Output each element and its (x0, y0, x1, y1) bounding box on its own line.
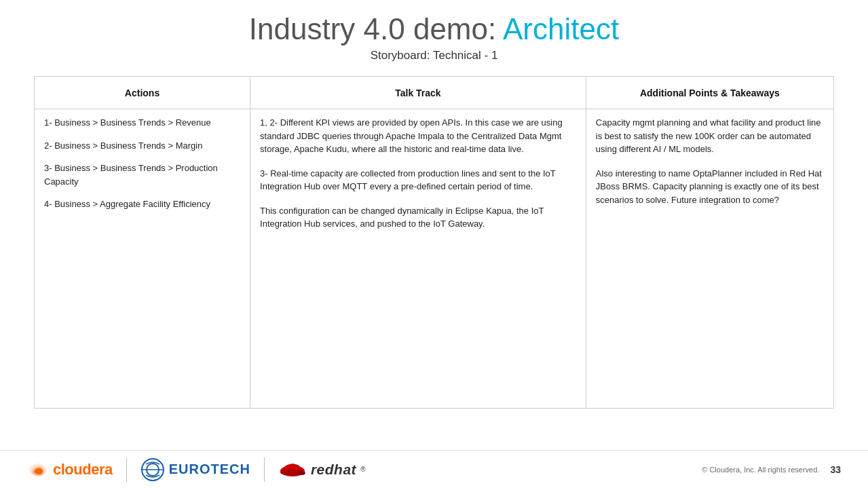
footer-logos: cloudera EUROTECH (27, 457, 366, 482)
talk-track-2: 3- Real-time capacity are collected from… (260, 167, 576, 193)
redhat-icon (278, 457, 307, 482)
footer-copyright: © Cloudera, Inc. All rights reserved. (702, 466, 819, 474)
col-header-talk-track: Talk Track (250, 77, 586, 109)
title-part1: Industry 4.0 demo: (249, 12, 496, 45)
additional-content: Capacity mgmt planning and what facility… (596, 116, 824, 206)
cell-additional: Capacity mgmt planning and what facility… (586, 109, 833, 409)
action-item-1: 1- Business > Business Trends > Revenue (44, 116, 240, 130)
additional-2: Also interesting to name OptaPlanner inc… (596, 167, 824, 207)
page-footer: cloudera EUROTECH (0, 450, 868, 488)
eurotech-logo: EUROTECH (140, 457, 250, 482)
cloudera-logo: cloudera (27, 459, 113, 481)
page-wrapper: Industry 4.0 demo: Architect Storyboard:… (0, 0, 868, 488)
main-content: Actions Talk Track Additional Points & T… (0, 69, 868, 450)
redhat-trademark: ® (360, 466, 365, 473)
title-part2: Architect (503, 12, 619, 45)
footer-divider-1 (126, 457, 127, 482)
col-header-actions: Actions (35, 77, 250, 109)
page-header: Industry 4.0 demo: Architect Storyboard:… (0, 0, 868, 69)
redhat-text: redhat (311, 462, 356, 478)
talk-track-3: This configuration can be changed dynami… (260, 204, 576, 231)
action-item-4: 4- Business > Aggregate Facility Efficie… (44, 198, 240, 211)
cell-actions: 1- Business > Business Trends > Revenue … (35, 109, 250, 409)
talk-track-1: 1, 2- Different KPI views are provided b… (260, 116, 576, 156)
eurotech-icon (140, 457, 165, 482)
redhat-logo: redhat ® (278, 457, 366, 482)
additional-1: Capacity mgmt planning and what facility… (596, 116, 824, 156)
footer-divider-2 (264, 457, 265, 482)
cell-talk-track: 1, 2- Different KPI views are provided b… (250, 109, 586, 409)
page-title: Industry 4.0 demo: Architect (0, 12, 868, 46)
actions-list: 1- Business > Business Trends > Revenue … (44, 116, 240, 211)
talk-track-content: 1, 2- Different KPI views are provided b… (260, 116, 576, 231)
action-item-2: 2- Business > Business Trends > Margin (44, 139, 240, 153)
action-item-3: 3- Business > Business Trends > Producti… (44, 162, 240, 188)
eurotech-text: EUROTECH (169, 462, 250, 477)
cloudera-text: cloudera (53, 461, 113, 478)
footer-right: © Cloudera, Inc. All rights reserved. 33 (702, 464, 841, 475)
storyboard-table: Actions Talk Track Additional Points & T… (34, 76, 834, 409)
footer-page-number: 33 (830, 464, 841, 475)
col-header-additional: Additional Points & Takeaways (586, 77, 833, 109)
page-subtitle: Storyboard: Technical - 1 (0, 49, 868, 62)
svg-point-6 (299, 471, 305, 475)
cloudera-icon (27, 459, 49, 481)
